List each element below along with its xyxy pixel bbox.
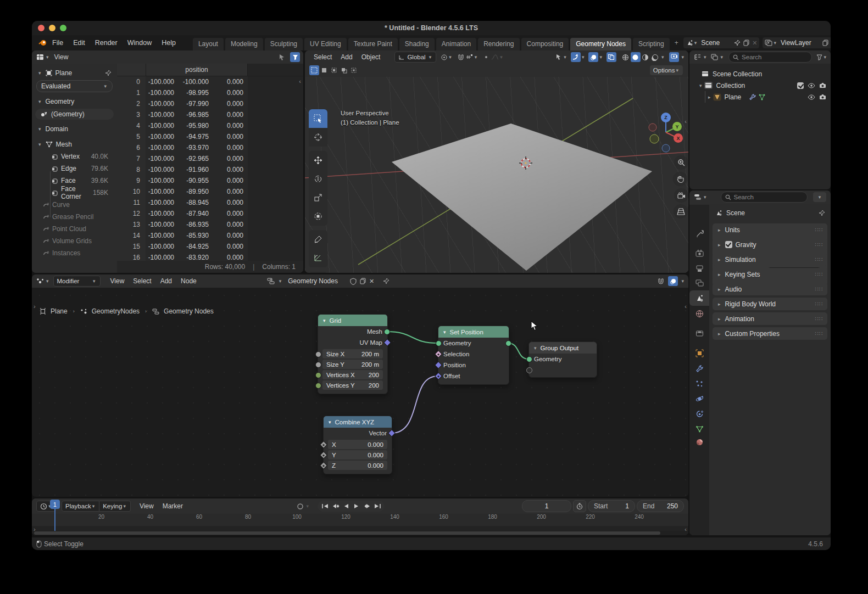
geometry-type-item[interactable]: Instances	[32, 247, 117, 259]
timeline-scrollbar[interactable]	[32, 531, 688, 535]
input-socket[interactable]	[315, 351, 321, 357]
next-keyframe-button[interactable]	[361, 501, 372, 511]
gizmos-toggle[interactable]	[571, 52, 581, 62]
drag-handle-icon[interactable]: ∷∷	[815, 271, 823, 277]
domain-section-header[interactable]: ▾ Domain	[32, 123, 117, 135]
mesh-domain-item[interactable]: Vertex 40.0K	[47, 150, 114, 162]
menu-item[interactable]: Help	[157, 35, 181, 51]
node-input-field[interactable]: Vertices Y 200	[322, 380, 383, 390]
display-mode-icon[interactable]	[710, 52, 720, 62]
menu-item[interactable]: File	[47, 35, 68, 51]
tool-add-primitive[interactable]	[309, 272, 327, 273]
panel-checkbox[interactable]	[725, 241, 732, 248]
workspace-tab[interactable]: Scripting	[633, 38, 670, 51]
chevron-down-icon[interactable]: ▾	[306, 503, 309, 509]
tab-collection[interactable]	[689, 326, 709, 341]
new-view-layer-icon[interactable]	[822, 40, 828, 46]
pin-icon[interactable]	[383, 278, 390, 284]
chevron-down-icon[interactable]: ▾	[46, 54, 49, 60]
workspace-tab[interactable]: UV Editing	[304, 38, 347, 51]
menu-item[interactable]: Add	[156, 274, 176, 288]
axis-z-positive[interactable]: Z	[661, 113, 671, 122]
output-socket[interactable]	[383, 339, 391, 346]
camera-view-icon[interactable]	[674, 188, 688, 203]
previous-keyframe-button[interactable]	[330, 501, 341, 511]
frame-end-field[interactable]: End 250	[637, 500, 684, 512]
tool-select-box[interactable]	[309, 109, 327, 128]
transform-orientation-dropdown[interactable]: Global ▾	[394, 52, 436, 63]
chevron-down-icon[interactable]: ▾	[704, 194, 706, 200]
editor-type-node-icon[interactable]	[35, 276, 45, 286]
tab-material[interactable]	[689, 434, 709, 450]
exclude-checkbox[interactable]	[797, 82, 804, 89]
shading-rendered-icon[interactable]	[650, 52, 660, 62]
hide-eye-icon[interactable]	[808, 94, 815, 100]
geometry-type-item[interactable]: Point Cloud	[32, 223, 117, 235]
input-socket[interactable]	[315, 383, 321, 389]
menu-item[interactable]: Select	[309, 51, 336, 64]
tab-object[interactable]	[689, 345, 709, 361]
workspace-tab[interactable]: Compositing	[521, 38, 569, 51]
axis-x-negative[interactable]	[649, 124, 656, 131]
tab-modifiers[interactable]	[689, 361, 709, 376]
editor-type-properties-icon[interactable]	[693, 192, 703, 202]
input-socket[interactable]	[436, 340, 442, 346]
auto-keying-record-icon[interactable]	[295, 501, 305, 511]
jump-to-start-button[interactable]	[320, 501, 330, 511]
filter-funnel-button[interactable]	[290, 52, 300, 62]
shading-material-icon[interactable]	[641, 52, 650, 62]
pivot-point-dropdown[interactable]: ▾	[441, 52, 453, 62]
blender-logo-icon[interactable]	[38, 38, 47, 47]
chevron-down-icon[interactable]: ▾	[721, 54, 724, 60]
workspace-tab[interactable]: Layout	[193, 38, 224, 51]
node-tree-name[interactable]: Geometry Nodes	[286, 277, 347, 285]
node-header[interactable]: ▾ Grid	[318, 315, 387, 326]
tool-rotate[interactable]	[309, 170, 327, 188]
node-combine-xyz[interactable]: ▾ Combine XYZ Vector X 0.000	[323, 416, 392, 474]
axis-z-negative[interactable]	[662, 144, 670, 152]
drag-handle-icon[interactable]: ∷∷	[815, 286, 823, 292]
node-group-output[interactable]: ▾ Group Output Geometry	[528, 341, 597, 378]
geometry-type-item[interactable]: Grease Pencil	[32, 211, 117, 223]
hide-eye-icon[interactable]	[808, 83, 815, 88]
region-collapse-icon[interactable]: ‹	[685, 526, 687, 533]
output-socket-vector[interactable]	[388, 429, 396, 437]
view-layer-name[interactable]: ViewLayer	[777, 39, 822, 47]
overlays-toggle[interactable]	[668, 276, 678, 286]
node-input-field[interactable]: Size X 200 m	[322, 349, 383, 358]
chevron-down-icon[interactable]: ▾	[534, 345, 537, 351]
geometry-type-item[interactable]: Volume Grids	[32, 235, 117, 247]
viewport-render-preview-icon[interactable]	[669, 52, 679, 62]
input-socket[interactable]	[320, 451, 327, 458]
node-grid[interactable]: ▾ Grid Mesh UV Map	[318, 314, 388, 394]
breadcrumb-item[interactable]: Geometry Nodes	[164, 307, 214, 315]
tool-move[interactable]	[309, 151, 327, 170]
tool-cursor[interactable]	[309, 128, 327, 147]
scene-icon[interactable]	[686, 40, 693, 46]
input-socket[interactable]	[435, 361, 442, 369]
region-expand-icon[interactable]: ›	[34, 526, 36, 533]
chevron-down-icon[interactable]: ▾	[699, 83, 702, 88]
input-socket[interactable]	[435, 350, 442, 358]
xray-toggle[interactable]	[607, 52, 616, 62]
tab-render[interactable]	[689, 245, 709, 261]
drag-handle-icon[interactable]: ∷∷	[815, 316, 823, 322]
pin-icon[interactable]	[819, 210, 825, 216]
playback-menu[interactable]: Playback▾	[62, 501, 99, 512]
evaluation-state-dropdown[interactable]: Evaluated ▾	[36, 80, 113, 92]
axis-y-negative[interactable]	[650, 135, 659, 143]
mesh-domain-item[interactable]: Face Corner 158K	[47, 187, 114, 199]
tab-physics[interactable]	[689, 391, 709, 406]
proportional-editing-icon[interactable]	[481, 52, 491, 62]
select-intersect-mode-button[interactable]	[349, 65, 359, 75]
viewport-canvas[interactable]: User Perspective (1) Collection | Plane	[305, 77, 688, 273]
node-tree-icon[interactable]	[267, 278, 275, 284]
properties-panel[interactable]: ▸ Units ∷∷	[713, 223, 827, 236]
properties-panel[interactable]: ▸ Simulation ∷∷	[713, 253, 827, 266]
breadcrumb-label[interactable]: Scene	[726, 209, 745, 217]
view-layer-icon[interactable]	[765, 40, 772, 46]
drag-handle-icon[interactable]: ∷∷	[815, 256, 823, 262]
chevron-down-icon[interactable]: ▾	[681, 54, 684, 60]
properties-options-dropdown[interactable]: ▾	[813, 192, 826, 202]
tab-world[interactable]	[689, 306, 709, 321]
